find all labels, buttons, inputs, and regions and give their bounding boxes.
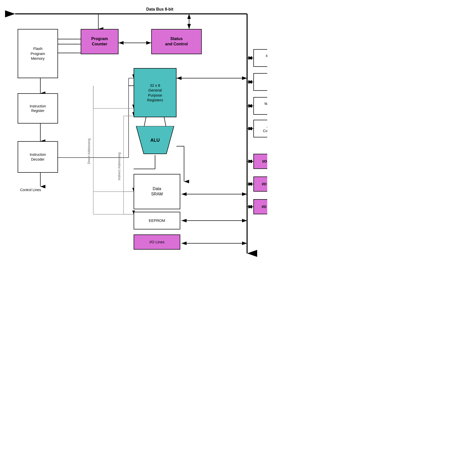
instruction-decoder-label: Instruction Decoder [30, 152, 46, 161]
analog-comparator-block: Analog Comparator [253, 120, 267, 137]
alu-svg: ALU [134, 126, 176, 156]
indirect-addressing-label: Indirect Addressing [116, 141, 122, 192]
analog-comparator-label: Analog Comparator [263, 124, 267, 133]
watchdog-timer-label: Watchdog Timer [264, 101, 267, 110]
io-module-n-block: I/O Module n [253, 199, 267, 214]
direct-addressing-label: Direct Addressing [86, 124, 92, 179]
io-module1-label: I/O Module1 [262, 159, 267, 164]
program-counter-label: Program Counter [91, 36, 108, 47]
instruction-register-label: Instruction Register [30, 104, 46, 113]
interrupt-unit-label: Interrupt Unit [266, 53, 267, 63]
io-module2-block: I/O Module 2 [253, 176, 267, 192]
data-bus-label: Data Bus 8-bit [146, 7, 173, 12]
watchdog-timer-block: Watchdog Timer [253, 97, 267, 115]
instruction-decoder-block: Instruction Decoder [18, 141, 58, 173]
svg-text:ALU: ALU [151, 138, 160, 143]
control-lines-label: Control Lines [20, 188, 41, 192]
status-control-label: Status and Control [165, 36, 188, 47]
spi-unit-block: SPI Unit [253, 73, 267, 91]
io-lines-block: I/O Lines [134, 234, 180, 250]
interrupt-unit-block: Interrupt Unit [253, 49, 267, 67]
io-module1-block: I/O Module1 [253, 154, 267, 169]
status-control-block: Status and Control [151, 29, 202, 54]
io-module2-label: I/O Module 2 [262, 182, 267, 186]
eeprom-label: EEPROM [149, 218, 165, 223]
io-lines-label: I/O Lines [149, 240, 164, 245]
flash-program-memory-label: Flash Program Memory [31, 46, 45, 61]
eeprom-block: EEPROM [134, 212, 180, 229]
data-sram-label: Data SRAM [151, 186, 163, 197]
data-sram-block: Data SRAM [134, 174, 180, 209]
instruction-register-block: Instruction Register [18, 93, 58, 124]
gp-registers-label: 32 x 8 General Purpose Registers [147, 83, 163, 103]
program-counter-block: Program Counter [81, 29, 118, 54]
flash-program-memory-block: Flash Program Memory [18, 29, 58, 78]
gp-registers-block: 32 x 8 General Purpose Registers [134, 68, 176, 117]
diagram-container: Data Bus 8-bit Flash Program Memory Prog… [0, 0, 267, 267]
io-module-n-label: I/O Module n [262, 204, 267, 209]
